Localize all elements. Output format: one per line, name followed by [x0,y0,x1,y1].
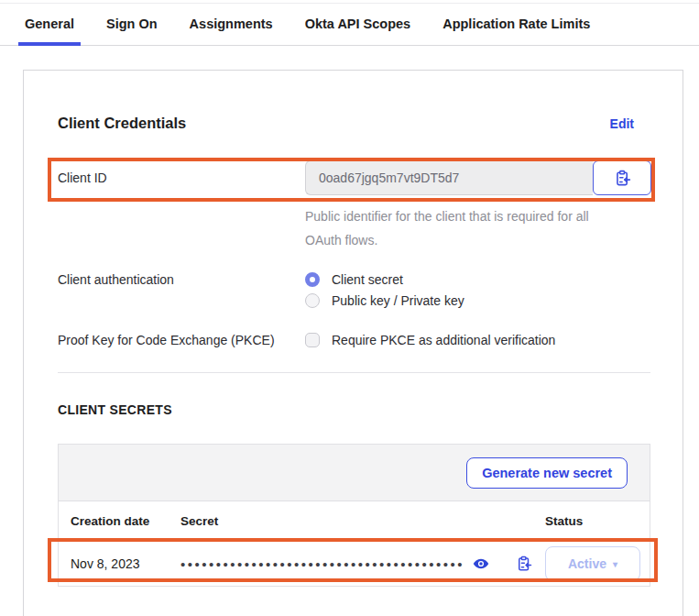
edit-link[interactable]: Edit [610,116,634,131]
pkce-label: Proof Key for Code Exchange (PKCE) [58,333,305,347]
client-id-help-text: Public identifier for the client that is… [305,204,628,252]
column-header-secret: Secret [180,514,545,528]
tab-okta-api-scopes[interactable]: Okta API Scopes [299,4,418,46]
client-id-label: Client ID [58,170,305,185]
tab-general[interactable]: General [18,4,81,46]
reveal-secret-button[interactable] [473,556,489,572]
tab-sign-on[interactable]: Sign On [100,4,164,46]
auth-option-label: Public key / Private key [332,293,464,308]
tab-application-rate-limits[interactable]: Application Rate Limits [436,4,596,46]
client-secrets-table: Generate new secret Creation date Secret… [58,444,650,587]
client-credentials-title: Client Credentials [58,115,186,132]
client-authentication-label: Client authentication [58,272,305,308]
clipboard-copy-icon [516,556,532,572]
column-header-creation-date: Creation date [71,514,180,528]
radio-unselected-icon[interactable] [305,293,320,308]
radio-selected-icon[interactable] [305,272,320,287]
generate-new-secret-button[interactable]: Generate new secret [466,457,628,489]
table-toolbar: Generate new secret [59,445,650,501]
client-id-copy-button[interactable] [593,160,651,195]
masked-secret-value: •••••••••••••••••••••••••••••••••••••••• [180,557,464,571]
section-divider [58,372,650,373]
clipboard-copy-icon [614,170,631,187]
client-credentials-header: Client Credentials Edit [58,115,650,132]
secret-copy-button[interactable] [516,556,532,572]
status-label: Active [568,556,606,571]
table-row: Nov 8, 2023 ••••••••••••••••••••••••••••… [59,542,650,586]
client-secrets-title: CLIENT SECRETS [58,402,650,417]
client-authentication-row: Client authentication Client secret Publ… [58,272,650,308]
general-settings-card: Client Credentials Edit Client ID 0oad67… [23,70,683,616]
chevron-down-icon: ▾ [613,559,617,569]
secret-cell: •••••••••••••••••••••••••••••••••••••••• [180,556,545,572]
auth-option-client-secret[interactable]: Client secret [305,272,464,287]
auth-option-public-private-key[interactable]: Public key / Private key [305,293,464,308]
app-tabbar: General Sign On Assignments Okta API Sco… [0,4,699,46]
status-dropdown-button[interactable]: Active ▾ [545,546,640,581]
tab-assignments[interactable]: Assignments [183,4,279,46]
pkce-checkbox[interactable] [305,333,320,347]
client-id-value-field[interactable]: 0oad67jgq5m7vt9DT5d7 [305,160,593,195]
client-id-field-group: 0oad67jgq5m7vt9DT5d7 [305,160,651,195]
pkce-row: Proof Key for Code Exchange (PKCE) Requi… [58,333,650,347]
auth-option-label: Client secret [332,272,403,287]
eye-icon [473,556,489,572]
table-header-row: Creation date Secret Status [59,501,650,542]
pkce-option-label: Require PKCE as additional verification [332,333,555,347]
client-id-row: Client ID 0oad67jgq5m7vt9DT5d7 [58,156,650,200]
secret-creation-date: Nov 8, 2023 [71,556,180,571]
column-header-status: Status [545,514,646,528]
